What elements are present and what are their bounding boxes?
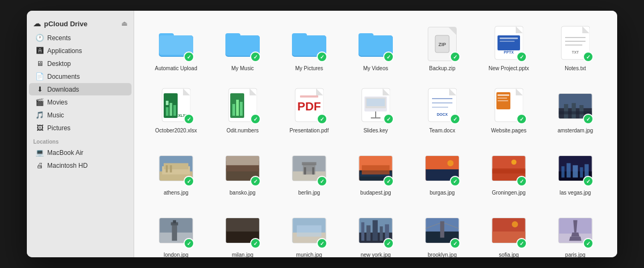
svg-rect-12 xyxy=(358,33,374,40)
file-name: munich.jpg xyxy=(296,252,322,257)
eject-icon[interactable]: ⏏ xyxy=(121,20,127,27)
file-name: paris.jpg xyxy=(565,252,586,257)
file-item[interactable]: ✓ Odit.numbers xyxy=(211,84,274,137)
file-icon-wrapper: ZIP ✓ xyxy=(423,25,462,63)
file-name: sofia.jpg xyxy=(499,252,518,257)
svg-rect-30 xyxy=(166,107,169,116)
check-badge: ✓ xyxy=(583,238,594,249)
file-name: My Videos xyxy=(363,65,389,72)
file-icon-wrapper: ✓ xyxy=(223,87,262,125)
svg-rect-75 xyxy=(170,165,172,172)
file-item[interactable]: ✓ munich.jpg xyxy=(278,208,340,257)
sidebar-item-downloads[interactable]: ⬇ Downloads xyxy=(29,83,131,95)
sidebar-item-macintosh[interactable]: 🖨 Macintosh HD xyxy=(29,159,131,172)
svg-text:DOCX: DOCX xyxy=(437,113,448,116)
svg-point-96 xyxy=(511,160,517,165)
check-badge: ✓ xyxy=(317,114,327,124)
svg-text:PDF: PDF xyxy=(297,100,321,113)
file-item[interactable]: ✓ london.jpg xyxy=(145,208,207,257)
file-name: new york.jpg xyxy=(361,252,391,257)
sidebar-item-music[interactable]: 🎵 Music xyxy=(29,109,131,121)
sidebar-item-label: Movies xyxy=(47,99,68,106)
cloud-icon: ☁ xyxy=(33,19,41,28)
file-item[interactable]: ✓ las vegas.jpg xyxy=(544,146,606,199)
check-badge: ✓ xyxy=(583,176,594,187)
sidebar-item-pictures[interactable]: 🖼 Pictures xyxy=(29,122,131,134)
sidebar-item-desktop[interactable]: 🖥 Desktop xyxy=(29,57,131,70)
svg-rect-109 xyxy=(173,220,176,224)
file-item[interactable]: ✓ My Music xyxy=(211,21,274,75)
file-name: Website.pages xyxy=(491,128,526,134)
file-name: Team.docx xyxy=(429,128,455,134)
svg-rect-18 xyxy=(500,38,518,39)
check-badge: ✓ xyxy=(583,51,594,62)
check-badge: ✓ xyxy=(516,176,527,187)
check-badge: ✓ xyxy=(383,176,394,187)
file-name: October2020.xlsx xyxy=(155,128,197,134)
sidebar-item-movies[interactable]: 🎬 Movies xyxy=(29,96,131,108)
file-icon-wrapper: ✓ xyxy=(290,25,328,63)
file-item[interactable]: ✓ Groningen.jpg xyxy=(478,146,540,199)
check-badge: ✓ xyxy=(250,114,261,124)
file-item[interactable]: PDF ✓ Presentation.pdf xyxy=(278,84,340,137)
svg-point-130 xyxy=(512,221,518,228)
sidebar-item-documents[interactable]: 📄 Documents xyxy=(29,70,131,83)
file-item[interactable]: ✓ burgas.jpg xyxy=(411,146,473,199)
sidebar-item-recents[interactable]: 🕐 Recents xyxy=(29,32,131,44)
svg-rect-74 xyxy=(166,165,168,172)
file-item[interactable]: ZIP ✓ Backup.zip xyxy=(411,21,473,75)
check-badge: ✓ xyxy=(250,238,261,249)
sidebar-item-applications[interactable]: 🅰 Applications xyxy=(29,44,131,57)
file-item[interactable]: ✓ amsterdam.jpg xyxy=(544,84,606,137)
file-icon-wrapper: ✓ xyxy=(356,149,395,188)
file-item[interactable]: ✓ bansko.jpg xyxy=(211,146,274,199)
check-badge: ✓ xyxy=(516,238,527,249)
file-item[interactable]: ✓ My Pictures xyxy=(278,21,340,75)
file-item[interactable]: ✓ new york.jpg xyxy=(345,208,407,257)
file-item[interactable]: ✓ Website.pages xyxy=(478,84,540,137)
file-icon-wrapper: ✓ xyxy=(489,87,528,125)
svg-rect-100 xyxy=(561,166,565,177)
file-icon-wrapper: ✓ xyxy=(489,211,528,250)
files-grid: ✓ Automatic Upload ✓ My Music xyxy=(145,21,606,257)
file-item[interactable]: TXT ✓ Notes.txt xyxy=(544,21,606,75)
file-item[interactable]: DOCX ✓ Team.docx xyxy=(411,84,473,137)
sidebar-item-label: Desktop xyxy=(47,60,71,68)
documents-icon: 📄 xyxy=(35,72,44,80)
file-item[interactable]: ✓ Automatic Upload xyxy=(145,21,207,75)
pictures-icon: 🖼 xyxy=(35,124,44,132)
file-icon-wrapper: ✓ xyxy=(157,211,195,250)
file-icon-wrapper: ✓ xyxy=(290,211,328,250)
svg-rect-40 xyxy=(240,102,243,116)
file-item[interactable]: ✓ milan.jpg xyxy=(211,208,274,257)
file-item[interactable]: ✓ paris.jpg xyxy=(544,208,606,257)
file-item[interactable]: ✓ sofia.jpg xyxy=(478,208,540,257)
svg-rect-63 xyxy=(497,100,508,101)
svg-rect-120 xyxy=(372,220,378,241)
file-item[interactable]: ✓ My Videos xyxy=(345,21,407,75)
file-name: Automatic Upload xyxy=(155,65,197,72)
svg-rect-89 xyxy=(362,165,390,174)
file-item[interactable]: ✓ brooklyn.jpg xyxy=(411,208,473,257)
file-item[interactable]: ✓ budapest.jpg xyxy=(345,146,407,199)
svg-rect-6 xyxy=(225,33,240,40)
file-name: bansko.jpg xyxy=(230,190,255,196)
svg-rect-101 xyxy=(567,163,571,177)
file-name: berlin.jpg xyxy=(298,190,320,196)
file-item[interactable]: ✓ berlin.jpg xyxy=(278,146,340,199)
file-icon-wrapper: DOCX ✓ xyxy=(423,87,462,125)
check-badge: ✓ xyxy=(383,238,394,249)
file-name: Notes.txt xyxy=(565,65,586,72)
svg-rect-103 xyxy=(580,167,583,177)
check-badge: ✓ xyxy=(317,176,327,187)
movies-icon: 🎬 xyxy=(35,98,44,106)
file-item[interactable]: ✓ Slides.key xyxy=(345,84,407,137)
file-item[interactable]: ✓ athens.jpg xyxy=(145,146,207,199)
file-item[interactable]: XLSX ✓ October2020.xlsx xyxy=(145,84,207,137)
sidebar-item-label: Macintosh HD xyxy=(47,162,87,169)
main-content: ✓ Automatic Upload ✓ My Music xyxy=(134,11,617,257)
downloads-icon: ⬇ xyxy=(35,85,44,93)
check-badge: ✓ xyxy=(184,51,194,62)
sidebar-item-macbook[interactable]: 💻 MacBook Air xyxy=(29,146,131,159)
file-item[interactable]: PPTX ✓ New Project.pptx xyxy=(478,21,540,75)
